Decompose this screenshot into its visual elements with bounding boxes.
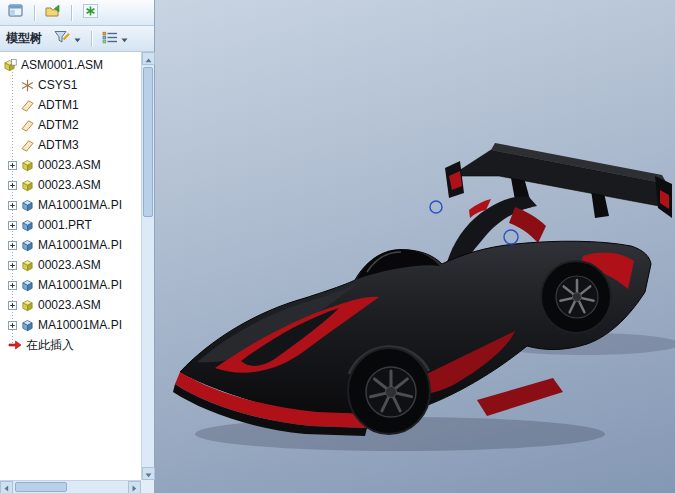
insert-arrow-icon [8, 339, 22, 351]
tree-item-00023-asm[interactable]: 00023.ASM [0, 155, 141, 175]
part-icon [21, 319, 34, 332]
tree-item-csys1[interactable]: CSYS1 [0, 75, 141, 95]
assembly-icon [21, 159, 34, 172]
tree-vertical-scrollbar[interactable] [141, 52, 154, 480]
scrollbar-corner [141, 480, 154, 493]
app-window: 模型树 ASM0001.ASMCSYS1ADTM1ADTM2ADTM300023… [0, 0, 675, 493]
part-icon [21, 239, 34, 252]
arrow-down-icon [145, 467, 152, 481]
tree-item-label: ADTM2 [38, 118, 79, 132]
toolbar-favorites-button[interactable] [78, 2, 102, 24]
vertical-scroll-track[interactable] [142, 65, 154, 467]
expander-icon[interactable] [8, 281, 17, 290]
tree-item-00023-asm[interactable]: 00023.ASM [0, 175, 141, 195]
separator [71, 5, 72, 21]
tree-item-label: 00023.ASM [38, 298, 101, 312]
scroll-right-button[interactable] [128, 481, 141, 493]
expander-icon[interactable] [8, 161, 17, 170]
csys-icon [21, 79, 34, 92]
assembly-icon [21, 259, 34, 272]
datum-icon [21, 119, 34, 132]
separator [91, 31, 92, 47]
tree-settings-button[interactable] [98, 28, 132, 50]
expander-icon[interactable] [8, 241, 17, 250]
tree-item-ma10001ma-pi[interactable]: MA10001MA.PI [0, 195, 141, 215]
assembly-root-icon [3, 59, 17, 72]
expander-icon[interactable] [8, 301, 17, 310]
car-model[interactable] [155, 0, 675, 493]
assembly-icon [21, 299, 34, 312]
tree-item-adtm1[interactable]: ADTM1 [0, 95, 141, 115]
tree-item-label: 在此插入 [26, 337, 74, 354]
tree-item-ma10001ma-pi[interactable]: MA10001MA.PI [0, 275, 141, 295]
tree-children: CSYS1ADTM1ADTM2ADTM300023.ASM00023.ASMMA… [0, 75, 141, 355]
tree-item-label: MA10001MA.PI [38, 238, 122, 252]
model-tree: ASM0001.ASMCSYS1ADTM1ADTM2ADTM300023.ASM… [0, 52, 141, 480]
filter-button[interactable] [50, 27, 85, 50]
expander-icon[interactable] [8, 321, 17, 330]
expander-icon[interactable] [8, 181, 17, 190]
tree-item-label: ADTM1 [38, 98, 79, 112]
show-settings-icon [8, 4, 24, 21]
assembly-icon [21, 179, 34, 192]
toolbar-folder-tree-button[interactable] [41, 2, 65, 24]
arrow-right-icon [132, 481, 137, 493]
part-icon [21, 219, 34, 232]
tree-item-label: ASM0001.ASM [21, 58, 103, 72]
wheel-front-left [348, 348, 430, 434]
tree-item-ma10001ma-pi[interactable]: MA10001MA.PI [0, 315, 141, 335]
folder-tree-icon [45, 4, 62, 21]
tree-item-0001-prt[interactable]: 0001.PRT [0, 215, 141, 235]
expander-icon[interactable] [8, 261, 17, 270]
tree-item-label: 0001.PRT [38, 218, 92, 232]
expander-icon[interactable] [8, 201, 17, 210]
scroll-left-button[interactable] [0, 481, 13, 493]
vertical-scroll-thumb[interactable] [143, 67, 153, 217]
tree-item-label: 00023.ASM [38, 178, 101, 192]
tree-item-label: ADTM3 [38, 138, 79, 152]
chevron-down-icon [121, 32, 128, 46]
favorites-icon [83, 4, 98, 21]
tree-item-label: 00023.ASM [38, 158, 101, 172]
expander-icon[interactable] [8, 221, 17, 230]
tree-item-label: 00023.ASM [38, 258, 101, 272]
tree-item-label: MA10001MA.PI [38, 198, 122, 212]
separator [34, 5, 35, 21]
tree-columns-icon [102, 31, 118, 47]
panel-toolbar [0, 0, 154, 26]
tree-item-00023-asm[interactable]: 00023.ASM [0, 255, 141, 275]
tree-horizontal-scrollbar[interactable] [0, 480, 141, 493]
toolbar-show-settings-button[interactable] [4, 2, 28, 24]
datum-icon [21, 139, 34, 152]
3d-viewport[interactable] [155, 0, 675, 493]
part-icon [21, 199, 34, 212]
tree-item-label: MA10001MA.PI [38, 318, 122, 332]
tree-item-label: CSYS1 [38, 78, 77, 92]
horizontal-scroll-thumb[interactable] [15, 482, 67, 492]
tree-item-adtm2[interactable]: ADTM2 [0, 115, 141, 135]
datum-icon [21, 99, 34, 112]
tree-item-ma10001ma-pi[interactable]: MA10001MA.PI [0, 235, 141, 255]
chevron-down-icon [74, 32, 81, 46]
filter-funnel-icon [54, 30, 71, 47]
tree-item-label: MA10001MA.PI [38, 278, 122, 292]
model-tree-panel: 模型树 ASM0001.ASMCSYS1ADTM1ADTM2ADTM300023… [0, 0, 155, 493]
tree-item-insert-here[interactable]: 在此插入 [0, 335, 141, 355]
part-icon [21, 279, 34, 292]
arrow-up-icon [145, 52, 152, 66]
arrow-left-icon [4, 481, 9, 493]
wheel-rear-left [541, 261, 611, 333]
tree-item-asm0001-asm[interactable]: ASM0001.ASM [0, 55, 141, 75]
scroll-down-button[interactable] [142, 467, 155, 480]
horizontal-scroll-track[interactable] [13, 481, 128, 493]
tree-item-00023-asm[interactable]: 00023.ASM [0, 295, 141, 315]
tree-item-adtm3[interactable]: ADTM3 [0, 135, 141, 155]
tree-header: 模型树 [0, 26, 154, 52]
scroll-up-button[interactable] [142, 52, 155, 65]
panel-title: 模型树 [6, 30, 42, 47]
